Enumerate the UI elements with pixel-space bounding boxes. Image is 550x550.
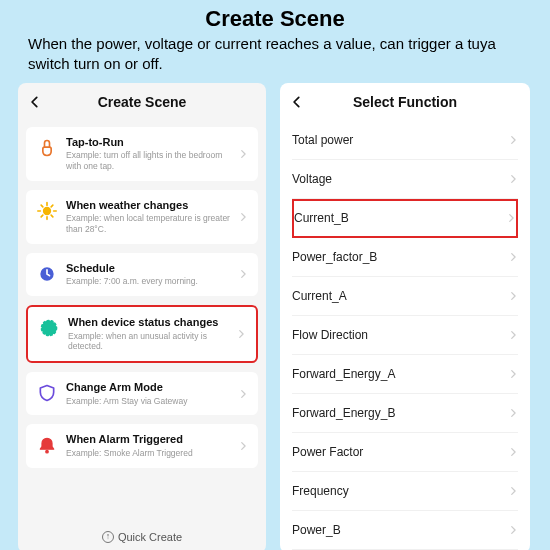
card-subtitle: Example: when an unusual activity is det…	[68, 331, 228, 352]
chevron-right-icon	[508, 486, 518, 496]
function-row[interactable]: Current_A	[292, 277, 518, 316]
function-row[interactable]: Frequency	[292, 472, 518, 511]
card-title: When weather changes	[66, 199, 230, 213]
shield-icon	[36, 382, 58, 404]
tap-icon	[36, 137, 58, 159]
row-label: Power_factor_B	[292, 250, 377, 264]
function-row[interactable]: Flow Direction	[292, 316, 518, 355]
function-row[interactable]: Forward_Energy_B	[292, 394, 518, 433]
card-text: Change Arm ModeExample: Arm Stay via Gat…	[66, 381, 230, 406]
chevron-right-icon	[238, 389, 248, 399]
function-row[interactable]: Forward_Energy_A	[292, 355, 518, 394]
row-label: Voltage	[292, 172, 332, 186]
scene-card-shield[interactable]: Change Arm ModeExample: Arm Stay via Gat…	[26, 372, 258, 415]
scene-card-alarm[interactable]: When Alarm TriggeredExample: Smoke Alarm…	[26, 424, 258, 467]
row-label: Frequency	[292, 484, 349, 498]
scene-card-clock[interactable]: ScheduleExample: 7:00 a.m. every morning…	[26, 253, 258, 296]
chevron-right-icon	[508, 447, 518, 457]
card-text: When device status changesExample: when …	[68, 316, 228, 352]
phone-create-scene: Create Scene Tap-to-RunExample: turn off…	[18, 83, 266, 551]
clock-icon	[36, 263, 58, 285]
function-row[interactable]: Power Factor	[292, 433, 518, 472]
card-title: When device status changes	[68, 316, 228, 330]
chevron-right-icon	[508, 525, 518, 535]
page-title: Create Scene	[0, 0, 550, 34]
svg-line-7	[51, 205, 53, 207]
card-subtitle: Example: Arm Stay via Gateway	[66, 396, 230, 407]
row-label: Power Factor	[292, 445, 363, 459]
chevron-right-icon	[238, 269, 248, 279]
chevron-right-icon	[508, 369, 518, 379]
chevron-right-icon	[238, 441, 248, 451]
device-icon	[38, 317, 60, 339]
back-icon[interactable]	[28, 95, 42, 109]
row-label: Current_A	[292, 289, 347, 303]
subtitle-text: When the power, voltage or current reach…	[0, 34, 550, 83]
card-title: When Alarm Triggered	[66, 433, 230, 447]
chevron-right-icon	[508, 330, 518, 340]
chevron-right-icon	[238, 212, 248, 222]
back-icon[interactable]	[290, 95, 304, 109]
chevron-right-icon	[508, 252, 518, 262]
chevron-right-icon	[508, 408, 518, 418]
svg-point-11	[42, 320, 57, 335]
card-title: Schedule	[66, 262, 230, 276]
card-subtitle: Example: Smoke Alarm Triggered	[66, 448, 230, 459]
function-list: Total powerVoltageCurrent_BPower_factor_…	[280, 121, 530, 551]
scene-card-device[interactable]: When device status changesExample: when …	[26, 305, 258, 363]
svg-line-5	[41, 205, 43, 207]
nav-title: Create Scene	[18, 94, 266, 110]
card-text: When Alarm TriggeredExample: Smoke Alarm…	[66, 433, 230, 458]
row-label: Current_B	[294, 211, 349, 225]
function-row[interactable]: Current_B	[292, 199, 518, 238]
alarm-icon	[36, 434, 58, 456]
card-text: Tap-to-RunExample: turn off all lights i…	[66, 136, 230, 172]
sun-icon	[36, 200, 58, 222]
chevron-right-icon	[238, 149, 248, 159]
card-subtitle: Example: when local temperature is great…	[66, 213, 230, 234]
nav-bar: Create Scene	[18, 83, 266, 121]
quick-create-label: Quick Create	[118, 531, 182, 543]
chevron-right-icon	[508, 135, 518, 145]
row-label: Forward_Energy_A	[292, 367, 395, 381]
function-row[interactable]: Voltage	[292, 160, 518, 199]
chevron-right-icon	[508, 291, 518, 301]
card-title: Change Arm Mode	[66, 381, 230, 395]
nav-bar: Select Function	[280, 83, 530, 121]
phone-select-function: Select Function Total powerVoltageCurren…	[280, 83, 530, 551]
card-text: When weather changesExample: when local …	[66, 199, 230, 235]
row-label: Forward_Energy_B	[292, 406, 395, 420]
svg-point-0	[44, 207, 51, 214]
function-row[interactable]: Power_factor_B	[292, 238, 518, 277]
row-label: Power_B	[292, 523, 341, 537]
scene-card-sun[interactable]: When weather changesExample: when local …	[26, 190, 258, 244]
function-row[interactable]: Total power	[292, 121, 518, 160]
quick-create-icon: ↑	[102, 531, 114, 543]
create-scene-list: Tap-to-RunExample: turn off all lights i…	[18, 121, 266, 521]
card-subtitle: Example: 7:00 a.m. every morning.	[66, 276, 230, 287]
scene-card-tap[interactable]: Tap-to-RunExample: turn off all lights i…	[26, 127, 258, 181]
nav-title: Select Function	[280, 94, 530, 110]
svg-line-6	[51, 215, 53, 217]
phones-row: Create Scene Tap-to-RunExample: turn off…	[0, 83, 550, 551]
quick-create-button[interactable]: ↑ Quick Create	[18, 521, 266, 551]
row-label: Total power	[292, 133, 353, 147]
card-text: ScheduleExample: 7:00 a.m. every morning…	[66, 262, 230, 287]
chevron-right-icon	[508, 174, 518, 184]
chevron-right-icon	[506, 213, 516, 223]
card-subtitle: Example: turn off all lights in the bedr…	[66, 150, 230, 171]
card-title: Tap-to-Run	[66, 136, 230, 150]
svg-point-12	[46, 451, 49, 454]
svg-line-8	[41, 215, 43, 217]
row-label: Flow Direction	[292, 328, 368, 342]
function-row[interactable]: Power_B	[292, 511, 518, 550]
chevron-right-icon	[236, 329, 246, 339]
